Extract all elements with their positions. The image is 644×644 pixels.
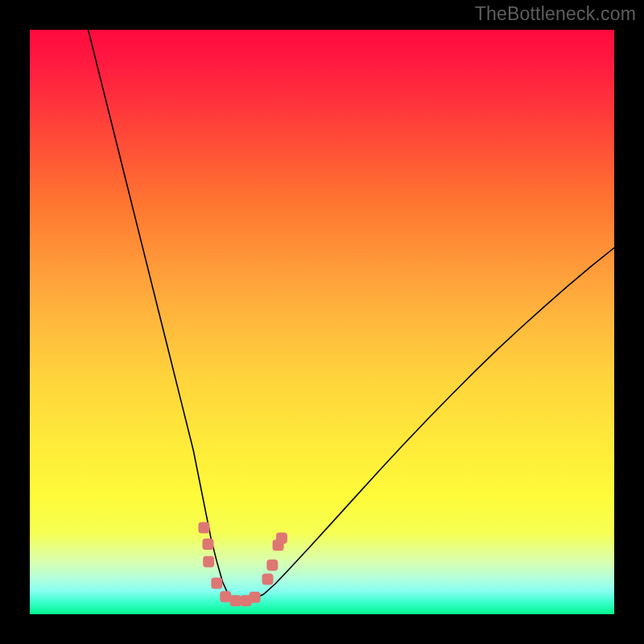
marker-group [198,522,287,607]
chart-frame: TheBottleneck.com [0,0,644,644]
curve-marker [203,556,214,568]
curve-marker [230,595,242,606]
bottleneck-curve [89,30,614,601]
curve-marker [262,573,273,584]
watermark-text: TheBottleneck.com [475,3,636,25]
curve-marker [202,539,213,550]
curve-marker [211,578,222,589]
curve-marker [250,592,261,603]
curve-layer [30,30,614,614]
curve-marker [198,522,209,534]
curve-marker [266,559,278,571]
plot-area [30,30,614,614]
curve-marker [220,591,231,602]
curve-marker [276,533,287,544]
